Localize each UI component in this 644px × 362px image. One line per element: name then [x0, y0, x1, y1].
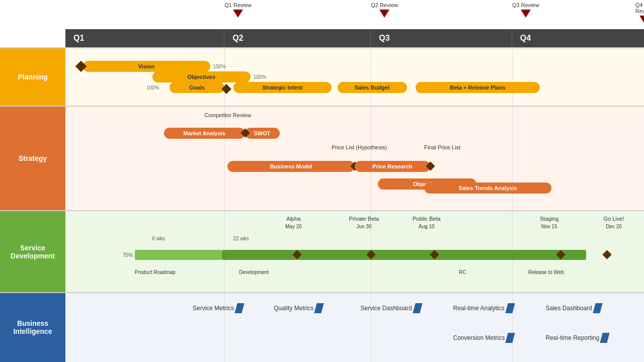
sales-dashboard-item: Sales Dashboard: [546, 303, 601, 313]
strategy-row: Strategy Competitor Review Market Analys…: [0, 106, 644, 210]
go-live-annotation: Go Live!Dec 20: [604, 215, 624, 230]
realtime-analytics-icon: [505, 303, 515, 313]
conversion-metrics-icon: [506, 333, 515, 343]
q3-review-label: Q3 Review: [512, 2, 539, 8]
goals-bar: Goals: [170, 82, 224, 93]
public-beta-annotation: Public BetaAug 10: [413, 215, 441, 230]
service-dashboard-item: Service Dashboard: [361, 303, 421, 313]
development-bar: [222, 250, 587, 260]
sales-trends-bar: Sales Trends Analysis: [424, 183, 551, 194]
sales-budget-bar: Sales Budget: [338, 82, 407, 93]
q2-review-label: Q2 Review: [371, 2, 398, 8]
bi-content: Service Metrics Quality Metrics Service …: [65, 293, 644, 362]
75pct-label: 75%: [123, 250, 133, 260]
quarter-bar: Q1 Q2 Q3 Q4: [65, 29, 644, 47]
rc-label: RC: [459, 269, 466, 275]
sales-dashboard-label: Sales Dashboard: [546, 305, 592, 312]
service-dashboard-label: Service Dashboard: [361, 305, 412, 312]
q1-review-marker: Q1 Review: [224, 2, 252, 18]
bi-label: Business Intelligence: [0, 293, 65, 362]
q1-review-triangle: [233, 10, 243, 18]
service-metrics-item: Service Metrics: [193, 303, 243, 313]
planning-label: Planning: [0, 48, 65, 106]
service-metrics-icon: [234, 303, 244, 313]
q1-review-label: Q1 Review: [224, 2, 252, 8]
service-metrics-label: Service Metrics: [193, 305, 234, 312]
product-roadmap-bar: [135, 250, 222, 260]
staging-annotation: StagingNov 15: [540, 215, 558, 230]
beta-release-plans-bar: Beta + Release Plans: [416, 82, 540, 93]
private-beta-annotation: Private BetaJun 30: [349, 215, 379, 230]
q2-review-triangle: [379, 10, 389, 18]
q3-label: Q3: [371, 29, 512, 47]
realtime-reporting-item: Real-time Reporting: [546, 333, 609, 343]
planning-content: Vision 100% Objectives 100% Goals 100% S…: [65, 48, 644, 106]
q2-label: Q2: [224, 29, 371, 47]
q2-review-marker: Q2 Review: [371, 2, 398, 18]
conversion-metrics-label: Conversion Metrics: [453, 334, 505, 341]
service-dev-content: AlphaMay 20 Private BetaJun 30 Public Be…: [65, 211, 644, 292]
development-label: Development: [239, 269, 269, 275]
realtime-reporting-icon: [600, 333, 610, 343]
business-model-bar: Business Model: [227, 161, 355, 172]
q4-review-label: Q4 Review: [635, 2, 644, 14]
product-roadmap-label: Product Roadmap: [135, 269, 176, 275]
realtime-analytics-item: Real-time Analytics: [453, 303, 514, 313]
objectives-bar: Objectives: [152, 71, 251, 82]
final-price-list-label: Final Price List: [424, 144, 460, 150]
quality-metrics-icon: [314, 303, 324, 313]
q3-review-triangle: [521, 10, 531, 18]
quality-metrics-label: Quality Metrics: [274, 305, 313, 312]
vision-bar: Vision: [83, 61, 210, 72]
q4-review-triangle: [639, 16, 644, 24]
competitor-review-label: Competitor Review: [204, 112, 251, 118]
q4-label: Q4: [512, 29, 644, 47]
strategic-intent-bar: Strategic Intent: [233, 82, 332, 93]
q1-label: Q1: [65, 29, 224, 47]
strategy-label: Strategy: [0, 107, 65, 210]
gantt-chart: Q1 Review Q2 Review Q3 Review Q4 Review …: [0, 0, 644, 362]
sales-dashboard-icon: [593, 303, 602, 313]
bi-row: Business Intelligence Service Metrics Qu…: [0, 292, 644, 362]
market-analysis-bar: Market Analysis: [164, 128, 245, 139]
goals-pct: 100%: [146, 82, 159, 93]
strategy-content: Competitor Review Market Analysis SWOT P…: [65, 107, 644, 210]
service-dev-label: Service Development: [0, 211, 65, 292]
q3-review-marker: Q3 Review: [512, 2, 539, 18]
conversion-metrics-item: Conversion Metrics: [453, 333, 514, 343]
objectives-pct: 100%: [254, 74, 267, 80]
service-dev-row: Service Development AlphaMay 20 Private …: [0, 210, 644, 292]
dev-milestone-5: [602, 250, 611, 259]
planning-row: Planning Vision 100% Objectives 100% Goa…: [0, 47, 644, 106]
realtime-reporting-label: Real-time Reporting: [546, 334, 600, 341]
price-research-bar: Price Research: [355, 161, 430, 172]
service-dashboard-icon: [413, 303, 422, 313]
vision-pct: 100%: [213, 61, 226, 72]
quality-metrics-item: Quality Metrics: [274, 303, 323, 313]
22wks-label: 22 wks: [233, 236, 249, 241]
6wks-label: 6 wks: [152, 236, 166, 241]
alpha-annotation: AlphaMay 20: [285, 215, 302, 230]
swot-bar: SWOT: [245, 128, 280, 139]
price-list-hyp-label: Price List (Hypothesis): [332, 144, 387, 150]
realtime-analytics-label: Real-time Analytics: [453, 305, 505, 312]
release-to-web-label: Release to Web: [528, 269, 564, 275]
q4-review-marker: Q4 Review: [635, 2, 644, 24]
